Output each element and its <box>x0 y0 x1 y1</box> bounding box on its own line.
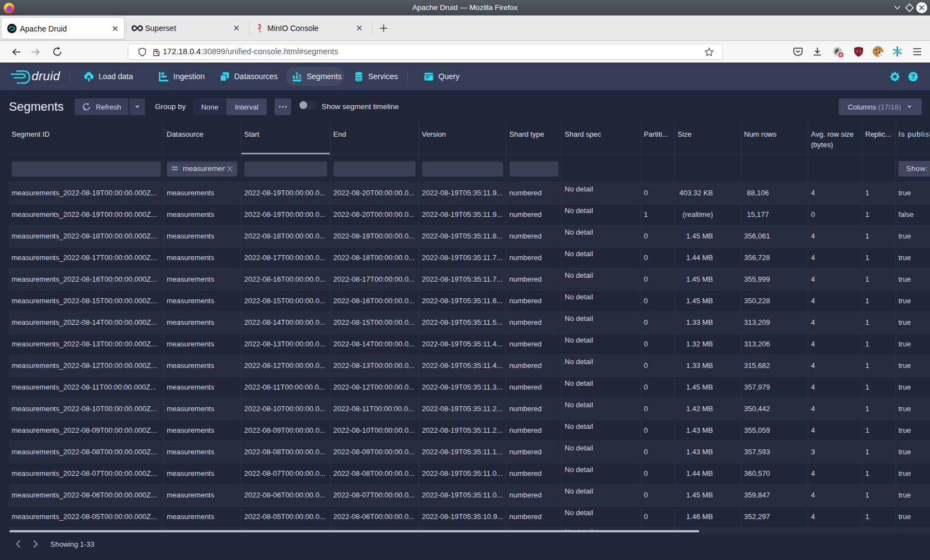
svg-text:?: ? <box>911 73 915 81</box>
